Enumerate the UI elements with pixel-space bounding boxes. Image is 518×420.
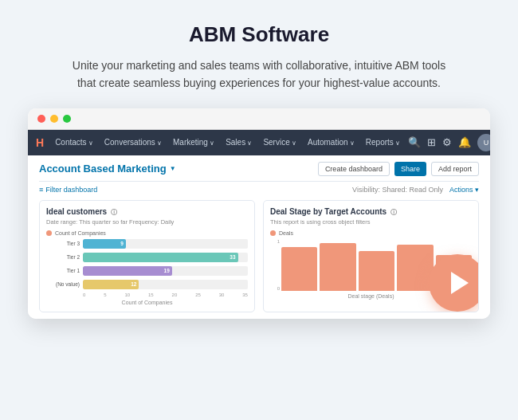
browser-window: H Contacts Conversations Marketing Sales… [28,108,490,319]
visibility-text: Visibility: Shared: Read Only [352,186,443,194]
info-icon-left: ⓘ [111,209,117,216]
left-chart-title: Ideal customers ⓘ [46,207,248,217]
browser-dot-close[interactable] [37,115,45,123]
browser-dot-maximize[interactable] [63,115,71,123]
dashboard-actions: Create dashboard Share Add report [318,162,479,176]
nav-sales[interactable]: Sales [221,135,257,150]
nav-service[interactable]: Service [258,135,301,150]
hbar-chart: Tier 3 9 Tier 2 33 [46,239,248,289]
table-row: Tier 1 19 [46,266,248,276]
visibility-actions: Visibility: Shared: Read Only Actions ▾ [352,186,479,194]
nav-automation[interactable]: Automation [303,135,359,150]
avatar[interactable]: U [477,134,490,151]
browser-chrome [28,108,490,130]
vbar-yaxis: 1 0 [270,239,280,291]
filter-icon: ≡ [39,186,43,194]
list-item [397,245,433,291]
settings-icon[interactable]: ⚙ [442,136,452,148]
left-legend-dot [46,230,52,236]
dashboard-title[interactable]: Account Based Marketing [39,163,176,175]
right-chart-legend: Deals [270,230,472,236]
nav-contacts[interactable]: Contacts [50,135,98,150]
nav-bar: H Contacts Conversations Marketing Sales… [28,130,490,155]
ideal-customers-chart: Ideal customers ⓘ Date range: This quart… [39,200,255,312]
right-legend-dot [270,230,276,236]
actions-button[interactable]: Actions ▾ [449,186,479,194]
filter-dashboard-link[interactable]: ≡ Filter dashboard [39,186,97,194]
hero-section: ABM Software Unite your marketing and sa… [0,0,518,108]
nav-icons: 🔍 ⊞ ⚙ 🔔 U ▼ [408,134,490,151]
nav-conversations[interactable]: Conversations [100,135,167,150]
share-button[interactable]: Share [394,162,426,176]
page-description: Unite your marketing and sales teams wit… [64,57,454,92]
charts-row: Ideal customers ⓘ Date range: This quart… [39,200,479,312]
play-button[interactable] [429,254,479,312]
bell-icon[interactable]: 🔔 [458,136,471,148]
info-icon-right: ⓘ [390,209,397,216]
left-xaxis-label: Count of Companies [46,300,248,305]
create-dashboard-button[interactable]: Create dashboard [318,162,390,176]
right-legend-label: Deals [279,230,293,236]
list-item [281,247,317,291]
nav-marketing[interactable]: Marketing [168,135,219,150]
dashboard: Account Based Marketing Create dashboard… [28,155,490,319]
left-chart-legend: Count of Companies [46,230,248,236]
list-item [359,251,394,291]
deal-stage-chart: Deal Stage by Target Accounts ⓘ This rep… [263,200,479,312]
table-row: (No value) 12 [46,280,248,289]
nav-reports[interactable]: Reports [361,135,405,150]
right-chart-title: Deal Stage by Target Accounts ⓘ [270,207,472,217]
left-legend-label: Count of Companies [55,230,106,236]
play-triangle-icon [451,272,469,294]
apps-icon[interactable]: ⊞ [427,136,436,148]
left-chart-subtitle: Date range: This quarter so far Frequenc… [46,218,248,226]
page-title: ABM Software [64,22,454,47]
filter-bar: ≡ Filter dashboard Visibility: Shared: R… [39,181,479,194]
right-chart-subtitle: This report is using cross object filter… [270,218,472,226]
add-report-button[interactable]: Add report [431,162,479,176]
table-row: Tier 3 9 [46,239,248,249]
browser-dot-minimize[interactable] [50,115,58,123]
list-item [320,243,355,291]
table-row: Tier 2 33 [46,253,248,262]
search-icon[interactable]: 🔍 [408,136,421,148]
hbar-xaxis: 0 5 10 15 20 25 30 35 [46,292,248,297]
nav-logo: H [36,136,44,149]
dashboard-header: Account Based Marketing Create dashboard… [39,162,479,176]
